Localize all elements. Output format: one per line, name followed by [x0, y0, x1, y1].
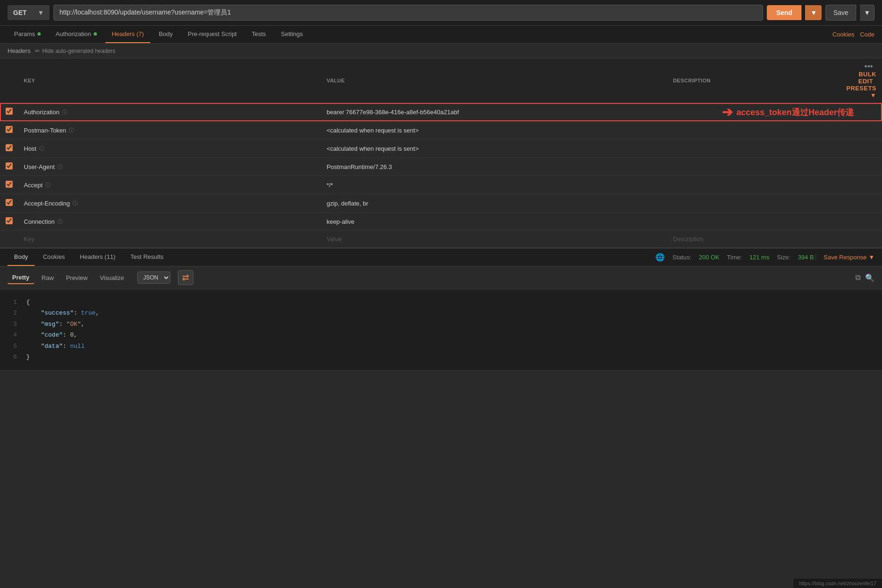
body-view-visualize[interactable]: Visualize: [95, 272, 129, 284]
col-value: VALUE: [321, 59, 668, 103]
col-key: KEY: [18, 59, 321, 103]
search-icon[interactable]: 🔍: [865, 273, 875, 282]
key-name-text: Authorization: [24, 109, 59, 116]
description-placeholder[interactable]: Description: [667, 231, 840, 248]
row-value: PostmanRuntime/7.26.3: [321, 158, 668, 176]
key-placeholder[interactable]: Key: [18, 231, 321, 248]
row-description: [667, 158, 840, 176]
body-view-preview[interactable]: Preview: [61, 272, 92, 284]
row-description: [667, 213, 840, 231]
info-icon[interactable]: ⓘ: [73, 200, 78, 207]
row-actions: ➔ access_token通过Header传递: [841, 103, 882, 121]
row-description: [667, 194, 840, 213]
table-row: Accept-Encoding ⓘ gzip, deflate, br: [0, 194, 882, 213]
row-key: Accept ⓘ: [18, 176, 321, 194]
info-icon[interactable]: ⓘ: [62, 109, 67, 116]
save-dropdown-button[interactable]: ▼: [860, 5, 875, 21]
table-row: Host ⓘ <calculated when request is sent>: [0, 140, 882, 158]
row-checkbox[interactable]: [6, 162, 13, 169]
col-description: DESCRIPTION: [667, 59, 840, 103]
table-row: Postman-Token ⓘ <calculated when request…: [0, 121, 882, 140]
row-actions: [841, 158, 882, 176]
format-select[interactable]: JSON XML Text: [137, 272, 170, 284]
method-label: GET: [13, 9, 27, 16]
send-dropdown-button[interactable]: ▼: [805, 5, 822, 20]
code-lines: { "success": true, "msg": "OK", "code": …: [26, 297, 875, 362]
code-link[interactable]: Code: [860, 31, 875, 38]
url-input[interactable]: [53, 5, 763, 21]
headers-table: KEY VALUE DESCRIPTION ••• Bulk Edit Pres…: [0, 59, 882, 248]
resp-tab-test-results[interactable]: Test Results: [124, 249, 170, 266]
hide-autogenerated-link[interactable]: ✏ Hide auto-generated headers: [35, 48, 115, 54]
row-checkbox[interactable]: [6, 217, 13, 224]
table-row: Accept ⓘ */*: [0, 176, 882, 194]
size-label: Size:: [777, 254, 790, 261]
code-line-2: "success": true,: [26, 308, 875, 318]
response-body: 1 2 3 4 5 6 { "success": true, "msg": "O…: [0, 289, 882, 370]
table-row: User-Agent ⓘ PostmanRuntime/7.26.3: [0, 158, 882, 176]
row-description: [667, 176, 840, 194]
auth-dot: [94, 32, 97, 36]
value-placeholder[interactable]: Value: [321, 231, 668, 248]
row-checkbox[interactable]: [6, 199, 13, 206]
key-name-text: User-Agent: [24, 163, 55, 170]
tab-tests-label: Tests: [252, 30, 266, 37]
send-button[interactable]: Send: [767, 5, 801, 20]
request-tab-bar: Params Authorization Headers (7) Body Pr…: [0, 26, 882, 44]
row-checkbox[interactable]: [6, 108, 13, 115]
key-name-text: Host: [24, 145, 37, 152]
row-checkbox-cell[interactable]: [0, 103, 18, 121]
info-icon[interactable]: ⓘ: [58, 163, 63, 170]
resp-tab-headers[interactable]: Headers (11): [74, 249, 122, 266]
status-value: 200 OK: [699, 254, 720, 261]
info-icon[interactable]: ⓘ: [39, 145, 44, 152]
tab-headers[interactable]: Headers (7): [105, 26, 151, 43]
time-label: Time:: [727, 254, 742, 261]
footer-url: https://blog.csdn.net/zhourenfei17: [799, 581, 876, 586]
row-description: [667, 140, 840, 158]
wrap-button[interactable]: ⇄: [178, 270, 193, 285]
info-icon[interactable]: ⓘ: [69, 127, 74, 134]
row-checkbox[interactable]: [6, 144, 13, 151]
save-response-chevron: ▼: [868, 254, 875, 261]
response-status: 🌐 Status: 200 OK Time: 121 ms Size: 394 …: [655, 253, 814, 262]
presets-btn[interactable]: Presets ▼: [846, 85, 876, 99]
row-description: [667, 103, 840, 121]
tab-prerequest[interactable]: Pre-request Script: [181, 26, 243, 43]
response-tab-bar: Body Cookies Headers (11) Test Results 🌐…: [0, 248, 882, 266]
row-checkbox[interactable]: [6, 126, 13, 133]
params-dot: [37, 32, 41, 36]
dots-menu[interactable]: •••: [865, 62, 873, 70]
body-view-pretty[interactable]: Pretty: [7, 272, 34, 284]
code-line-3: "msg": "OK",: [26, 319, 875, 330]
body-view-raw[interactable]: Raw: [37, 272, 59, 284]
method-select[interactable]: GET ▼: [7, 5, 50, 20]
row-actions: [841, 140, 882, 158]
row-description: [667, 121, 840, 140]
bulk-edit-btn[interactable]: Bulk Edit: [858, 71, 876, 85]
row-actions: [841, 121, 882, 140]
tab-authorization[interactable]: Authorization: [49, 26, 103, 43]
info-icon[interactable]: ⓘ: [58, 218, 63, 225]
resp-tab-body[interactable]: Body: [7, 249, 35, 266]
key-name-text: Postman-Token: [24, 127, 66, 134]
tab-settings[interactable]: Settings: [274, 26, 309, 43]
tab-params[interactable]: Params: [7, 26, 47, 43]
status-label: Status:: [672, 254, 691, 261]
tab-settings-label: Settings: [281, 30, 303, 37]
resp-tab-cookies[interactable]: Cookies: [37, 249, 72, 266]
copy-icon[interactable]: ⧉: [855, 273, 860, 282]
save-button[interactable]: Save: [825, 5, 856, 21]
tab-body[interactable]: Body: [152, 26, 179, 43]
table-row: Connection ⓘ keep-alive: [0, 213, 882, 231]
tab-headers-label: Headers (7): [112, 30, 144, 37]
info-icon[interactable]: ⓘ: [45, 182, 51, 189]
row-value: <calculated when request is sent>: [321, 121, 668, 140]
row-checkbox[interactable]: [6, 181, 13, 188]
cookies-link[interactable]: Cookies: [832, 31, 854, 38]
save-response-btn[interactable]: Save Response ▼: [816, 254, 875, 261]
row-key: Host ⓘ: [18, 140, 321, 158]
time-value: 121 ms: [750, 254, 770, 261]
tab-tests[interactable]: Tests: [245, 26, 272, 43]
key-name-text: Connection: [24, 218, 55, 225]
